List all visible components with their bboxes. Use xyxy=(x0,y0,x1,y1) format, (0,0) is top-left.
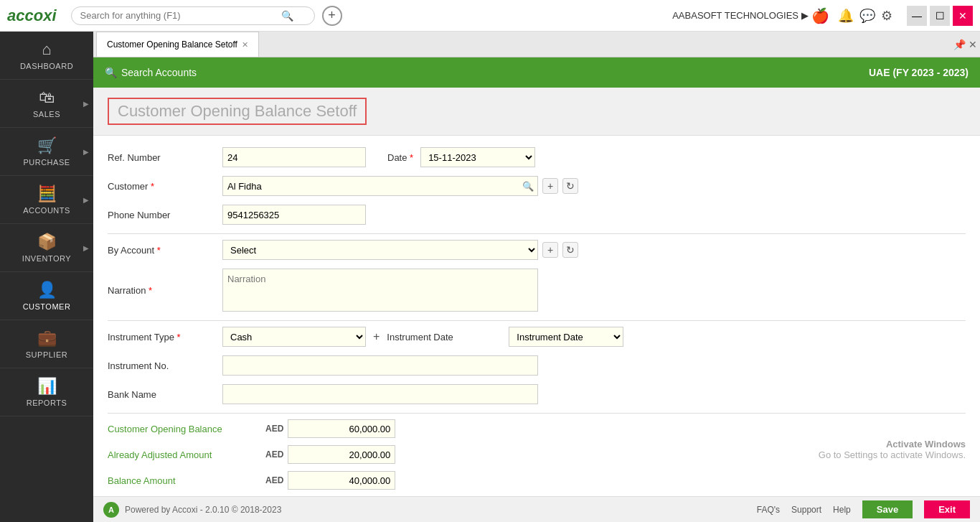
sidebar-label-reports: REPORTS xyxy=(27,399,67,407)
customer-opening-balance-currency: AED xyxy=(265,424,283,434)
instrument-no-row: Instrument No. xyxy=(108,355,966,376)
chat-icon[interactable]: 💬 xyxy=(859,8,875,24)
top-icons: 🔔 💬 ⚙ xyxy=(838,8,892,24)
accounts-arrow: ▶ xyxy=(83,196,89,204)
by-account-add-button[interactable]: + xyxy=(542,242,558,258)
sidebar-item-supplier[interactable]: 💼 SUPPLIER xyxy=(0,320,93,368)
by-account-refresh-button[interactable]: ↻ xyxy=(562,242,578,258)
search-accounts-button[interactable]: 🔍 Search Accounts xyxy=(105,67,197,78)
save-button[interactable]: Save xyxy=(862,500,913,518)
customer-opening-balance-input[interactable] xyxy=(288,419,395,438)
add-button[interactable]: + xyxy=(322,6,342,26)
page-title: Customer Opening Balance Setoff xyxy=(108,98,367,125)
reports-icon: 📊 xyxy=(37,377,57,396)
powered-by-text: Powered by Accoxi - 2.0.10 © 2018-2023 xyxy=(125,505,281,515)
bank-name-row: Bank Name xyxy=(108,384,966,404)
user-avatar: 🍎 xyxy=(811,7,829,24)
narration-textarea[interactable] xyxy=(222,269,538,312)
tab-pin-button[interactable]: 📌 xyxy=(953,39,966,50)
narration-label: Narration xyxy=(108,285,222,296)
customer-opening-balance-row: Customer Opening Balance AED xyxy=(108,419,966,438)
main-layout: ⌂ DASHBOARD 🛍 SALES ▶ 🛒 PURCHASE ▶ 🧮 ACC… xyxy=(0,32,980,522)
customer-search-icon[interactable]: 🔍 xyxy=(522,181,534,192)
tab-close-icon[interactable]: ✕ xyxy=(242,40,248,50)
bank-name-label: Bank Name xyxy=(108,389,222,400)
instrument-inner-row: Cash + Instrument Date Instrument Date xyxy=(222,327,623,347)
purchase-arrow: ▶ xyxy=(83,148,89,156)
sidebar-item-purchase[interactable]: 🛒 PURCHASE ▶ xyxy=(0,128,93,176)
help-link[interactable]: Help xyxy=(833,505,851,515)
sidebar-item-dashboard[interactable]: ⌂ DASHBOARD xyxy=(0,32,93,80)
green-header: 🔍 Search Accounts UAE (FY 2023 - 2023) xyxy=(93,57,980,88)
instrument-no-input[interactable] xyxy=(222,355,538,376)
plus-icon: + xyxy=(373,330,380,343)
customer-opening-balance-label: Customer Opening Balance xyxy=(108,424,265,434)
date-row: Date 15-11-2023 xyxy=(387,147,535,167)
maximize-button[interactable]: ☐ xyxy=(930,6,950,26)
powered-logo: A xyxy=(103,502,119,518)
bottom-right: FAQ's Support Help Save Exit xyxy=(757,500,970,518)
sidebar-label-accounts: ACCOUNTS xyxy=(23,206,70,215)
balance-amount-row: Balance Amount AED xyxy=(108,471,966,490)
form-container: Customer Opening Balance Setoff Ref. Num… xyxy=(93,88,980,496)
customer-input[interactable] xyxy=(222,176,538,196)
supplier-icon: 💼 xyxy=(37,329,57,348)
sidebar-item-customer[interactable]: 👤 CUSTOMER xyxy=(0,272,93,320)
sidebar-item-sales[interactable]: 🛍 SALES ▶ xyxy=(0,80,93,128)
ref-number-input[interactable] xyxy=(222,147,366,167)
top-right: AABASOFT TECHNOLOGIES ▶ 🍎 🔔 💬 ⚙ — ☐ ✕ xyxy=(672,6,973,26)
company-name: AABASOFT TECHNOLOGIES ▶ 🍎 xyxy=(672,7,829,24)
activate-subtitle: Go to Settings to activate Windows. xyxy=(819,449,966,460)
dashboard-icon: ⌂ xyxy=(42,40,51,59)
close-button[interactable]: ✕ xyxy=(953,6,973,26)
date-select[interactable]: 15-11-2023 xyxy=(420,147,535,167)
exit-button[interactable]: Exit xyxy=(924,500,970,518)
content-wrapper: 🔍 Search Accounts UAE (FY 2023 - 2023) C… xyxy=(93,57,980,496)
balance-amount-currency: AED xyxy=(265,475,283,485)
sales-icon: 🛍 xyxy=(39,88,55,107)
accounts-icon: 🧮 xyxy=(37,185,57,203)
faqs-link[interactable]: FAQ's xyxy=(757,505,780,515)
fy-info: UAE (FY 2023 - 2023) xyxy=(869,67,969,78)
bell-icon[interactable]: 🔔 xyxy=(838,8,854,24)
balance-amount-input[interactable] xyxy=(288,471,395,490)
support-link[interactable]: Support xyxy=(791,505,821,515)
already-adjusted-currency: AED xyxy=(265,449,283,460)
ref-date-row: Ref. Number Date 15-11-2023 xyxy=(108,147,966,167)
activate-title: Activate Windows xyxy=(819,439,966,449)
sidebar-label-dashboard: DASHBOARD xyxy=(20,62,73,70)
search-input[interactable] xyxy=(80,10,281,21)
inventory-arrow: ▶ xyxy=(83,244,89,252)
phone-input[interactable] xyxy=(222,205,366,225)
tab-actions: 📌 ✕ xyxy=(953,39,980,50)
instrument-date-select[interactable]: Instrument Date xyxy=(509,327,623,347)
instrument-type-select[interactable]: Cash xyxy=(222,327,366,347)
customer-icon: 👤 xyxy=(37,281,57,299)
by-account-select[interactable]: Select xyxy=(222,240,538,260)
minimize-button[interactable]: — xyxy=(907,6,927,26)
instrument-no-label: Instrument No. xyxy=(108,360,222,371)
by-account-label: By Account xyxy=(108,245,222,256)
search-box[interactable]: 🔍 xyxy=(71,6,315,25)
customer-add-button[interactable]: + xyxy=(542,178,558,194)
purchase-icon: 🛒 xyxy=(37,136,57,155)
search-accounts-label: Search Accounts xyxy=(121,67,197,78)
customer-field-actions: + ↻ xyxy=(542,178,578,194)
customer-refresh-button[interactable]: ↻ xyxy=(562,178,578,194)
settings-icon[interactable]: ⚙ xyxy=(881,8,892,24)
already-adjusted-input[interactable] xyxy=(288,445,395,464)
main-tab[interactable]: Customer Opening Balance Setoff ✕ xyxy=(96,32,259,57)
tab-label: Customer Opening Balance Setoff xyxy=(107,39,237,50)
customer-row: Customer 🔍 + ↻ xyxy=(108,176,966,196)
sidebar-item-reports[interactable]: 📊 REPORTS xyxy=(0,368,93,416)
bottom-bar: A Powered by Accoxi - 2.0.10 © 2018-2023… xyxy=(93,496,980,522)
phone-label: Phone Number xyxy=(108,210,222,220)
tab-close-all-button[interactable]: ✕ xyxy=(969,39,977,50)
search-icon-green: 🔍 xyxy=(105,67,117,78)
sidebar-item-inventory[interactable]: 📦 INVENTORY ▶ xyxy=(0,224,93,272)
sidebar: ⌂ DASHBOARD 🛍 SALES ▶ 🛒 PURCHASE ▶ 🧮 ACC… xyxy=(0,32,93,522)
inventory-icon: 📦 xyxy=(37,233,57,251)
instrument-type-label: Instrument Type xyxy=(108,332,222,342)
bank-name-input[interactable] xyxy=(222,384,538,404)
sidebar-item-accounts[interactable]: 🧮 ACCOUNTS ▶ xyxy=(0,176,93,224)
